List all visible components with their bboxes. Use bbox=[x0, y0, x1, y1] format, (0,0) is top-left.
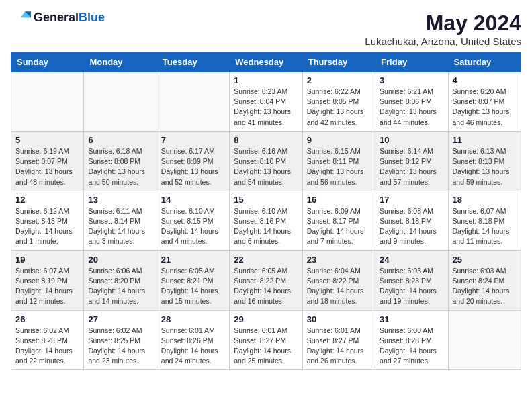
day-detail: Sunrise: 6:07 AMSunset: 8:18 PMDaylight:… bbox=[453, 206, 517, 247]
day-number: 26 bbox=[15, 314, 79, 324]
calendar-cell: 12Sunrise: 6:12 AMSunset: 8:13 PMDayligh… bbox=[11, 191, 84, 250]
calendar-cell: 15Sunrise: 6:10 AMSunset: 8:16 PMDayligh… bbox=[230, 191, 302, 250]
day-number: 30 bbox=[307, 314, 371, 324]
calendar-week-row: 1Sunrise: 6:23 AMSunset: 8:04 PMDaylight… bbox=[11, 72, 521, 132]
month-title: May 2024 bbox=[365, 11, 521, 36]
day-detail: Sunrise: 6:21 AMSunset: 8:06 PMDaylight:… bbox=[380, 87, 443, 128]
col-header-monday: Monday bbox=[84, 53, 157, 72]
calendar-cell: 8Sunrise: 6:16 AMSunset: 8:10 PMDaylight… bbox=[230, 131, 302, 191]
calendar-week-row: 5Sunrise: 6:19 AMSunset: 8:07 PMDaylight… bbox=[11, 131, 521, 191]
day-number: 4 bbox=[453, 75, 517, 85]
logo: GeneralBlue bbox=[11, 11, 105, 25]
calendar-cell: 16Sunrise: 6:09 AMSunset: 8:17 PMDayligh… bbox=[302, 191, 375, 250]
day-detail: Sunrise: 6:20 AMSunset: 8:07 PMDaylight:… bbox=[453, 87, 517, 128]
day-detail: Sunrise: 6:07 AMSunset: 8:19 PMDaylight:… bbox=[15, 266, 79, 307]
calendar-cell: 24Sunrise: 6:03 AMSunset: 8:23 PMDayligh… bbox=[375, 250, 448, 310]
calendar-cell: 7Sunrise: 6:17 AMSunset: 8:09 PMDaylight… bbox=[157, 131, 229, 191]
col-header-thursday: Thursday bbox=[302, 53, 375, 72]
col-header-tuesday: Tuesday bbox=[157, 53, 229, 72]
calendar-week-row: 26Sunrise: 6:02 AMSunset: 8:25 PMDayligh… bbox=[11, 310, 521, 370]
day-detail: Sunrise: 6:03 AMSunset: 8:23 PMDaylight:… bbox=[380, 266, 443, 307]
col-header-saturday: Saturday bbox=[448, 53, 521, 72]
day-number: 1 bbox=[234, 75, 298, 85]
calendar-cell: 6Sunrise: 6:18 AMSunset: 8:08 PMDaylight… bbox=[84, 131, 157, 191]
logo-blue: Blue bbox=[79, 11, 105, 24]
calendar-week-row: 19Sunrise: 6:07 AMSunset: 8:19 PMDayligh… bbox=[11, 250, 521, 310]
calendar-cell: 29Sunrise: 6:01 AMSunset: 8:27 PMDayligh… bbox=[230, 310, 302, 370]
calendar-cell bbox=[157, 72, 229, 132]
day-number: 27 bbox=[88, 314, 152, 324]
day-detail: Sunrise: 6:10 AMSunset: 8:16 PMDaylight:… bbox=[234, 206, 298, 247]
day-number: 22 bbox=[234, 255, 298, 265]
header: GeneralBlue May 2024 Lukachukai, Arizona… bbox=[11, 11, 521, 47]
day-detail: Sunrise: 6:22 AMSunset: 8:05 PMDaylight:… bbox=[307, 87, 371, 128]
day-detail: Sunrise: 6:18 AMSunset: 8:08 PMDaylight:… bbox=[88, 146, 152, 187]
day-detail: Sunrise: 6:01 AMSunset: 8:26 PMDaylight:… bbox=[161, 326, 225, 367]
day-detail: Sunrise: 6:17 AMSunset: 8:09 PMDaylight:… bbox=[161, 146, 225, 187]
logo-general: General bbox=[34, 11, 79, 24]
col-header-sunday: Sunday bbox=[11, 53, 84, 72]
calendar-cell: 3Sunrise: 6:21 AMSunset: 8:06 PMDaylight… bbox=[375, 72, 448, 132]
day-number: 15 bbox=[234, 195, 298, 205]
calendar-cell bbox=[11, 72, 84, 132]
day-number: 12 bbox=[15, 195, 79, 205]
day-number: 5 bbox=[15, 135, 79, 145]
calendar-table: SundayMondayTuesdayWednesdayThursdayFrid… bbox=[11, 52, 521, 370]
day-number: 21 bbox=[161, 255, 225, 265]
day-detail: Sunrise: 6:04 AMSunset: 8:22 PMDaylight:… bbox=[307, 266, 371, 307]
day-number: 7 bbox=[161, 135, 225, 145]
calendar-cell bbox=[84, 72, 157, 132]
day-detail: Sunrise: 6:02 AMSunset: 8:25 PMDaylight:… bbox=[15, 326, 79, 367]
day-number: 10 bbox=[380, 135, 443, 145]
calendar-cell: 26Sunrise: 6:02 AMSunset: 8:25 PMDayligh… bbox=[11, 310, 84, 370]
day-number: 13 bbox=[88, 195, 152, 205]
day-detail: Sunrise: 6:05 AMSunset: 8:22 PMDaylight:… bbox=[234, 266, 298, 307]
calendar-cell: 13Sunrise: 6:11 AMSunset: 8:14 PMDayligh… bbox=[84, 191, 157, 250]
day-detail: Sunrise: 6:12 AMSunset: 8:13 PMDaylight:… bbox=[15, 206, 79, 247]
day-detail: Sunrise: 6:19 AMSunset: 8:07 PMDaylight:… bbox=[15, 146, 79, 187]
calendar-cell: 18Sunrise: 6:07 AMSunset: 8:18 PMDayligh… bbox=[448, 191, 521, 250]
day-number: 17 bbox=[380, 195, 443, 205]
day-detail: Sunrise: 6:10 AMSunset: 8:15 PMDaylight:… bbox=[161, 206, 225, 247]
day-number: 28 bbox=[161, 314, 225, 324]
day-number: 11 bbox=[453, 135, 517, 145]
calendar-cell: 19Sunrise: 6:07 AMSunset: 8:19 PMDayligh… bbox=[11, 250, 84, 310]
day-detail: Sunrise: 6:09 AMSunset: 8:17 PMDaylight:… bbox=[307, 206, 371, 247]
calendar-cell: 21Sunrise: 6:05 AMSunset: 8:21 PMDayligh… bbox=[157, 250, 229, 310]
day-detail: Sunrise: 6:01 AMSunset: 8:27 PMDaylight:… bbox=[234, 326, 298, 367]
day-number: 9 bbox=[307, 135, 371, 145]
logo-icon bbox=[11, 11, 31, 25]
calendar-cell bbox=[448, 310, 521, 370]
calendar-cell: 22Sunrise: 6:05 AMSunset: 8:22 PMDayligh… bbox=[230, 250, 302, 310]
day-number: 6 bbox=[88, 135, 152, 145]
col-header-wednesday: Wednesday bbox=[230, 53, 302, 72]
day-detail: Sunrise: 6:03 AMSunset: 8:24 PMDaylight:… bbox=[453, 266, 517, 307]
calendar-cell: 11Sunrise: 6:13 AMSunset: 8:13 PMDayligh… bbox=[448, 131, 521, 191]
calendar-cell: 1Sunrise: 6:23 AMSunset: 8:04 PMDaylight… bbox=[230, 72, 302, 132]
day-number: 24 bbox=[380, 255, 443, 265]
calendar-cell: 25Sunrise: 6:03 AMSunset: 8:24 PMDayligh… bbox=[448, 250, 521, 310]
day-number: 18 bbox=[453, 195, 517, 205]
calendar-cell: 20Sunrise: 6:06 AMSunset: 8:20 PMDayligh… bbox=[84, 250, 157, 310]
calendar-cell: 23Sunrise: 6:04 AMSunset: 8:22 PMDayligh… bbox=[302, 250, 375, 310]
day-detail: Sunrise: 6:08 AMSunset: 8:18 PMDaylight:… bbox=[380, 206, 443, 247]
day-number: 23 bbox=[307, 255, 371, 265]
day-detail: Sunrise: 6:05 AMSunset: 8:21 PMDaylight:… bbox=[161, 266, 225, 307]
day-detail: Sunrise: 6:23 AMSunset: 8:04 PMDaylight:… bbox=[234, 87, 298, 128]
calendar-header-row: SundayMondayTuesdayWednesdayThursdayFrid… bbox=[11, 53, 521, 72]
day-detail: Sunrise: 6:11 AMSunset: 8:14 PMDaylight:… bbox=[88, 206, 152, 247]
day-detail: Sunrise: 6:14 AMSunset: 8:12 PMDaylight:… bbox=[380, 146, 443, 187]
calendar-cell: 17Sunrise: 6:08 AMSunset: 8:18 PMDayligh… bbox=[375, 191, 448, 250]
day-detail: Sunrise: 6:02 AMSunset: 8:25 PMDaylight:… bbox=[88, 326, 152, 367]
day-detail: Sunrise: 6:01 AMSunset: 8:27 PMDaylight:… bbox=[307, 326, 371, 367]
title-section: May 2024 Lukachukai, Arizona, United Sta… bbox=[365, 11, 521, 47]
calendar-cell: 2Sunrise: 6:22 AMSunset: 8:05 PMDaylight… bbox=[302, 72, 375, 132]
calendar-week-row: 12Sunrise: 6:12 AMSunset: 8:13 PMDayligh… bbox=[11, 191, 521, 250]
calendar-cell: 31Sunrise: 6:00 AMSunset: 8:28 PMDayligh… bbox=[375, 310, 448, 370]
day-detail: Sunrise: 6:16 AMSunset: 8:10 PMDaylight:… bbox=[234, 146, 298, 187]
day-number: 31 bbox=[380, 314, 443, 324]
day-number: 8 bbox=[234, 135, 298, 145]
calendar-cell: 28Sunrise: 6:01 AMSunset: 8:26 PMDayligh… bbox=[157, 310, 229, 370]
calendar-cell: 10Sunrise: 6:14 AMSunset: 8:12 PMDayligh… bbox=[375, 131, 448, 191]
day-detail: Sunrise: 6:15 AMSunset: 8:11 PMDaylight:… bbox=[307, 146, 371, 187]
